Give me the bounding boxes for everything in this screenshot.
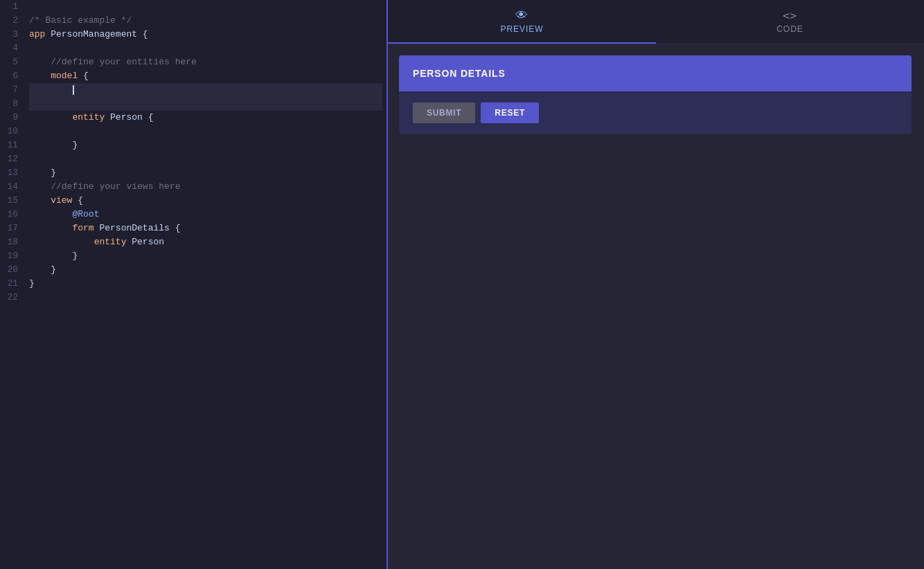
main-container: 1 2 3 4 5 6 7 8 9 10 11 12 13 14 15 16 1… [0, 0, 924, 569]
code-line: /* Basic example */ [29, 14, 382, 28]
tab-bar: 👁 PREVIEW <> CODE [388, 0, 924, 44]
code-line: app PersonManagement { [29, 28, 382, 42]
code-line: //define your entities here [29, 55, 382, 69]
code-line [29, 42, 382, 55]
code-line: form PersonDetails { [29, 222, 382, 235]
code-line: entity Person { [29, 111, 382, 125]
code-line: } [29, 263, 382, 277]
code-line [29, 125, 382, 138]
code-line: } [29, 249, 382, 263]
line-numbers: 1 2 3 4 5 6 7 8 9 10 11 12 13 14 15 16 1… [0, 0, 25, 569]
code-line [29, 0, 382, 14]
code-line: //define your views here [29, 180, 382, 194]
code-line: view { [29, 194, 382, 208]
code-editor[interactable]: /* Basic example */ app PersonManagement… [25, 0, 387, 569]
form-buttons: SUBMIT RESET [399, 91, 912, 134]
code-line: model { [29, 69, 382, 83]
form-card: PERSON DETAILS SUBMIT RESET [399, 55, 912, 134]
code-line: } [29, 138, 382, 152]
code-line [29, 152, 382, 166]
form-header: PERSON DETAILS [399, 55, 912, 91]
submit-button[interactable]: SUBMIT [413, 102, 475, 123]
code-line: } [29, 166, 382, 180]
code-line: entity Person [29, 235, 382, 249]
code-line [29, 83, 382, 97]
code-brackets-icon: <> [783, 10, 797, 21]
tab-code-label: CODE [776, 24, 803, 34]
editor-panel: 1 2 3 4 5 6 7 8 9 10 11 12 13 14 15 16 1… [0, 0, 388, 569]
code-line [29, 291, 382, 305]
tab-code[interactable]: <> CODE [656, 0, 924, 44]
preview-area: PERSON DETAILS SUBMIT RESET [388, 44, 924, 569]
reset-button[interactable]: RESET [481, 102, 539, 123]
code-line: } [29, 277, 382, 291]
code-line: @Root [29, 208, 382, 222]
right-panel: 👁 PREVIEW <> CODE PERSON DETAILS SUBMIT … [388, 0, 924, 569]
code-line [29, 97, 382, 111]
tab-preview-label: PREVIEW [500, 24, 543, 34]
tab-preview[interactable]: 👁 PREVIEW [388, 0, 656, 44]
code-area: 1 2 3 4 5 6 7 8 9 10 11 12 13 14 15 16 1… [0, 0, 387, 569]
eye-icon: 👁 [515, 9, 528, 21]
